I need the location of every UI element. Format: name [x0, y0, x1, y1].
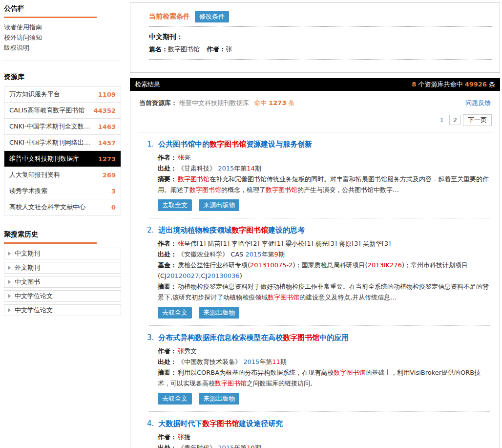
- source-publication-button[interactable]: 来源出版物: [199, 393, 239, 405]
- result-abstract-line: 摘要：利用以CORBA为根基的分布异构数据系统，在现有高校数字图书馆的基础上，利…: [158, 367, 492, 389]
- database-hit-info: 命中 1273 条: [254, 99, 294, 107]
- resource-item-cnki-fulltext[interactable]: CNKI-中国学术期刊全文数… 1463: [4, 118, 121, 134]
- result-number: 4.: [147, 419, 154, 428]
- resource-item-renda[interactable]: 人大复印报刊资料 269: [4, 167, 121, 183]
- current-database-name: 维普中文科技期刊数据库: [179, 99, 249, 107]
- result-author-line: 作者：张捷: [158, 432, 492, 443]
- db-hit-count: 8: [412, 81, 416, 88]
- field-value-title: 数字图书馆: [168, 45, 200, 53]
- result-author-line: 作者：张呈伟[1] 陆苗[1] 李艳华[2] 李健[1] 梁小松[1] 杨光[3…: [158, 238, 492, 249]
- source-publication-button[interactable]: 来源出版物: [199, 199, 239, 211]
- result-item-3: 3.分布式异构数据库信息检索模型在高校数字图书馆中的应用 作者：张秀文 出处：《…: [135, 326, 495, 412]
- resource-count: 1463: [98, 123, 116, 130]
- triangle-right-icon: [8, 266, 11, 270]
- field-label-author: 作者：: [207, 45, 226, 53]
- history-item-foreign-journal[interactable]: 外文期刊: [4, 262, 121, 274]
- history-list: 中文期刊 外文期刊 中文图书 中文学位论文 中文学位论文: [4, 248, 121, 316]
- history-item-cn-thesis-1[interactable]: 中文学位论文: [4, 290, 121, 302]
- triangle-right-icon: [8, 280, 11, 284]
- resource-list: 万方知识服务平台 1109 CALIS高等教育数字图书馆 44352 CNKI-…: [4, 86, 121, 215]
- resource-item-duxiu[interactable]: 读秀学术搜索 3: [4, 183, 121, 199]
- resource-count: 1273: [98, 155, 116, 163]
- resource-item-vip-selected[interactable]: 维普中文科技期刊数据库 1273: [4, 150, 121, 167]
- source-publication-button[interactable]: 来源出版物: [199, 307, 239, 319]
- resource-count: 0: [111, 204, 116, 211]
- result-number: 2.: [147, 226, 154, 235]
- resource-item-cashl[interactable]: 高校人文社会科学文献中心 0: [4, 199, 121, 215]
- result-item-1: 1.公共图书馆中的数字图书馆资源建设与服务创新 作者：张亮 出处：《甘肃科技》 …: [135, 132, 495, 218]
- result-number: 3.: [147, 333, 154, 342]
- announcement-link-reader-guide[interactable]: 读者使用指南: [4, 22, 121, 32]
- sidebar: 公告栏 读者使用指南 校外访问须知 版权说明 资源库 万方知识服务平台 1109…: [4, 2, 121, 448]
- resource-count: 1457: [98, 139, 116, 147]
- result-abstract-line: 摘要：数字图书馆在补充和完善图书馆传统业务短板的同时。对丰富和拓展图书馆服务方式…: [158, 174, 492, 195]
- history-item-cn-journal[interactable]: 中文期刊: [4, 248, 121, 259]
- announcement-link-offcampus[interactable]: 校外访问须知: [4, 32, 121, 43]
- resources-title: 资源库: [4, 71, 121, 82]
- result-number: 1.: [147, 140, 154, 149]
- page-2[interactable]: 2: [449, 115, 461, 125]
- resources-section: 资源库 万方知识服务平台 1109 CALIS高等教育数字图书馆 44352 C…: [4, 71, 121, 215]
- history-underline: [4, 242, 97, 244]
- result-item-4: 4.大数据时代下数字图书馆建设途径研究 作者：张捷 出处：《青年时代》 2015…: [135, 412, 495, 448]
- search-conditions-title: 当前检索条件: [149, 12, 190, 21]
- announcement-link-copyright[interactable]: 版权说明: [4, 43, 121, 53]
- result-abstract-line: 摘要：动植物检疫鉴定信息资料对于做好动植物检疫工作非常重要。在当前全系统的动植物…: [158, 281, 492, 303]
- result-author-line: 作者：张亮: [158, 152, 492, 163]
- search-scope: 中文期刊：: [149, 31, 492, 43]
- history-title: 聚搜索历史: [4, 228, 121, 239]
- result-source-line: 出处：《青年时代》 2015年第10期: [158, 443, 492, 448]
- history-section: 聚搜索历史 中文期刊 外文期刊 中文图书 中文学位论文: [4, 228, 121, 316]
- result-source-line: 出处：《安徽农业科学》 CAS 2015年第9期: [158, 249, 492, 260]
- resource-count: 44352: [94, 107, 116, 114]
- dotted-divider: [149, 26, 492, 27]
- feedback-link[interactable]: 问题反馈: [465, 99, 491, 107]
- result-title-link[interactable]: 1.公共图书馆中的数字图书馆资源建设与服务创新: [147, 139, 492, 149]
- history-item-cn-book[interactable]: 中文图书: [4, 276, 121, 288]
- history-item-cn-thesis-2[interactable]: 中文学位论文: [4, 304, 121, 316]
- resource-item-cnki-network[interactable]: CNKI-中国学术期刊网络出… 1457: [4, 134, 121, 150]
- results-header-bar: 检索结果 8 个资源库共命中 49926 条: [130, 78, 500, 91]
- sidebar-divider: [4, 61, 121, 61]
- page: 公告栏 读者使用指南 校外访问须知 版权说明 资源库 万方知识服务平台 1109…: [0, 0, 502, 448]
- modify-conditions-button[interactable]: 修改条件: [195, 11, 229, 22]
- result-source-line: 出处：《甘肃科技》 2015年第14期: [158, 163, 492, 174]
- triangle-right-icon: [8, 308, 11, 312]
- results-title: 检索结果: [135, 80, 160, 89]
- result-title-link[interactable]: 3.分布式异构数据库信息检索模型在高校数字图书馆中的应用: [147, 333, 492, 342]
- result-title-link[interactable]: 4.大数据时代下数字图书馆建设途径研究: [147, 419, 492, 428]
- resource-count: 1109: [98, 91, 116, 98]
- triangle-right-icon: [8, 294, 11, 298]
- search-condition-line: 篇名：数字图书馆 作者：张: [149, 43, 492, 55]
- resource-count: 3: [111, 188, 116, 195]
- pagination: 12下一页: [135, 114, 492, 126]
- get-fulltext-button[interactable]: 去取全文: [158, 199, 192, 211]
- database-hit-count: 1273: [269, 99, 286, 107]
- result-fund-line: 基金：质检公益性行业科研专项(201310075-2)；国家质检总局科研项目(2…: [158, 260, 492, 281]
- result-author-line: 作者：张秀文: [158, 346, 492, 357]
- announcements-title: 公告栏: [4, 2, 121, 13]
- main-content: 当前检索条件 修改条件 中文期刊： 篇名：数字图书馆 作者：张 检索结果 8 个…: [130, 2, 500, 448]
- current-database-info: 当前资源库：维普中文科技期刊数据库 命中 1273 条: [139, 99, 295, 107]
- total-hit-count: 49926: [465, 81, 487, 88]
- dotted-divider: [149, 59, 492, 60]
- page-1-current[interactable]: 1: [436, 115, 447, 125]
- field-label-title: 篇名：: [149, 45, 168, 53]
- search-conditions-panel: 当前检索条件 修改条件 中文期刊： 篇名：数字图书馆 作者：张: [130, 2, 500, 73]
- resource-item-calis[interactable]: CALIS高等教育数字图书馆 44352: [4, 102, 121, 118]
- get-fulltext-button[interactable]: 去取全文: [158, 307, 192, 319]
- results-body: 当前资源库：维普中文科技期刊数据库 命中 1273 条 问题反馈 12下一页 1…: [130, 91, 500, 448]
- result-source-line: 出处：《中国教育技术装备》 2015年第11期: [158, 357, 492, 367]
- next-page-button[interactable]: 下一页: [463, 114, 492, 126]
- field-value-author: 张: [226, 45, 232, 53]
- results-meta-row: 当前资源库：维普中文科技期刊数据库 命中 1273 条 问题反馈: [135, 98, 495, 107]
- announcements-section: 公告栏 读者使用指南 校外访问须知 版权说明: [4, 2, 121, 53]
- resource-item-wanfang[interactable]: 万方知识服务平台 1109: [4, 86, 121, 102]
- triangle-right-icon: [8, 252, 11, 256]
- announcements-underline: [4, 17, 97, 18]
- result-item-2: 2.进出境动植物检疫领域数字图书馆建设的思考 作者：张呈伟[1] 陆苗[1] 李…: [135, 218, 495, 326]
- results-total-summary: 8 个资源库共命中 49926 条: [412, 80, 495, 89]
- resource-count: 269: [103, 171, 116, 179]
- get-fulltext-button[interactable]: 去取全文: [158, 393, 192, 405]
- result-title-link[interactable]: 2.进出境动植物检疫领域数字图书馆建设的思考: [147, 225, 492, 235]
